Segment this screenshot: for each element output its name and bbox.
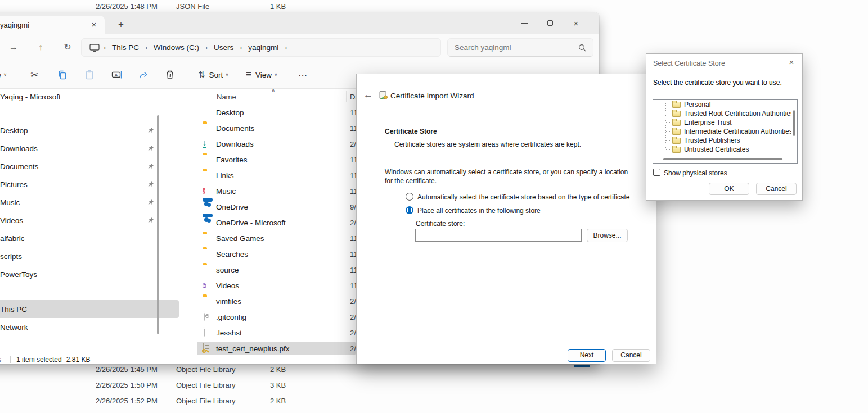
radio-auto-select-label[interactable]: Automatically select the certificate sto… (417, 193, 630, 201)
folder-icon (203, 155, 213, 165)
certificate-import-icon (379, 90, 388, 100)
refresh-icon[interactable]: ↻ (61, 40, 74, 54)
downloads-icon: ↓ (203, 139, 213, 149)
sidebar-item-network[interactable]: Network (0, 318, 179, 336)
tree-item[interactable]: Personal (653, 100, 791, 109)
breadcrumb-item[interactable]: This PC (110, 43, 141, 52)
dialog-title: Select Certificate Store (653, 60, 725, 67)
column-divider[interactable] (346, 91, 347, 102)
sidebar-item-pictures[interactable]: Pictures (0, 175, 179, 193)
dialog-cancel-button[interactable]: Cancel (756, 183, 797, 195)
file-name: Searches (216, 250, 248, 258)
explorer-tab[interactable]: yaqingmi × (0, 16, 105, 34)
share-icon[interactable] (138, 68, 149, 81)
show-physical-stores-label[interactable]: Show physical stores (664, 169, 727, 177)
radio-place-all[interactable] (406, 206, 413, 214)
file-name: Downloads (216, 140, 254, 148)
file-name: source (216, 266, 239, 274)
background-row-size: 2 KB (270, 365, 286, 374)
folder-icon (203, 265, 213, 275)
tree-branch-line (666, 149, 671, 150)
folder-icon (203, 170, 213, 180)
search-input[interactable] (455, 43, 578, 52)
ok-button[interactable]: OK (709, 183, 749, 195)
cancel-button[interactable]: Cancel (612, 349, 650, 362)
sidebar-item-label: Downloads (0, 144, 38, 153)
tree-item[interactable]: Intermediate Certification Authorities (653, 127, 791, 136)
next-button[interactable]: Next (568, 349, 606, 362)
pin-icon (147, 163, 154, 171)
breadcrumb[interactable]: ›This PC›Windows (C:)›Users›yaqingmi› (81, 38, 441, 57)
sort-icon: ⇅ (198, 70, 205, 80)
tab-bar: yaqingmi × + × (0, 12, 599, 34)
back-arrow-icon[interactable]: ← (363, 89, 373, 101)
certificate-store-tree[interactable]: PersonalTrusted Root Certification Autho… (653, 99, 798, 164)
view-button[interactable]: ≡ View ∨ (246, 68, 278, 81)
browse-button[interactable]: Browse... (587, 229, 628, 242)
breadcrumb-chevron-icon: › (100, 44, 110, 52)
wizard-subheading: Certificate stores are system areas wher… (394, 140, 581, 148)
dialog-close-icon[interactable]: × (786, 57, 797, 67)
more-options-icon[interactable]: ⋯ (298, 68, 307, 81)
tree-item[interactable]: Enterprise Trust (653, 118, 791, 127)
file-name: Links (216, 171, 234, 180)
tree-branch-line (666, 122, 671, 123)
sidebar-item-powertoys[interactable]: PowerToys (0, 265, 179, 283)
sidebar-scrollbar[interactable] (157, 115, 159, 334)
show-physical-stores-checkbox[interactable] (653, 169, 660, 176)
sidebar-item-label: Documents (0, 162, 38, 171)
radio-place-all-label[interactable]: Place all certificates in the following … (417, 207, 541, 215)
certificate-store-input[interactable] (415, 229, 582, 242)
copy-icon[interactable] (57, 68, 68, 81)
file-name: Documents (216, 124, 254, 133)
sidebar-item-label: Desktop (0, 126, 28, 135)
wizard-title: Certificate Import Wizard (390, 92, 474, 100)
folder-icon (672, 147, 681, 153)
pin-icon (147, 145, 154, 153)
cut-icon[interactable]: ✂ (30, 68, 38, 81)
sidebar-item-documents[interactable]: Documents (0, 157, 179, 175)
radio-auto-select[interactable] (406, 193, 413, 201)
tree-item[interactable]: Trusted Publishers (653, 136, 791, 145)
sidebar-item-account[interactable]: Yaqing - Microsoft (0, 89, 187, 105)
up-icon[interactable]: ↑ (34, 40, 47, 54)
status-size: 2.81 KB (66, 356, 91, 364)
onedrive-icon (203, 202, 213, 212)
screen: { "colors": { "accent": "#0067c0", "sele… (0, 0, 868, 413)
maximize-button[interactable] (537, 12, 563, 34)
column-header-name[interactable]: Name (217, 93, 236, 101)
tab-close-icon[interactable]: × (88, 19, 100, 31)
breadcrumb-item[interactable]: yaqingmi (246, 43, 281, 52)
sidebar-item-scripts[interactable]: scripts (0, 247, 179, 265)
sidebar-item-aifabric[interactable]: aifabric (0, 229, 179, 247)
breadcrumb-chevron-icon: › (201, 44, 212, 52)
rename-icon[interactable]: A (111, 68, 123, 81)
sort-button[interactable]: ⇅ Sort ∨ (198, 68, 229, 81)
sidebar-item-downloads[interactable]: Downloads (0, 139, 179, 157)
breadcrumb-item[interactable]: Windows (C:) (151, 43, 201, 52)
tree-item[interactable]: Trusted Root Certification Authorities (653, 109, 791, 118)
sidebar: Yaqing - Microsoft DesktopDownloadsDocum… (0, 89, 187, 355)
certificate-icon (203, 343, 213, 353)
folder-icon (672, 129, 681, 135)
new-button-fragment[interactable]: w ∨ (0, 68, 7, 81)
sidebar-item-desktop[interactable]: Desktop (0, 121, 179, 139)
breadcrumb-item[interactable]: Users (212, 43, 236, 52)
search-box[interactable] (447, 38, 593, 57)
background-file-row: 2/26/2025 1:48 PM JSON File 1 KB (0, 2, 868, 13)
pin-icon (147, 181, 154, 189)
tree-vertical-scrollbar[interactable] (793, 110, 795, 136)
tree-branch-line (666, 105, 671, 105)
close-button[interactable]: × (563, 12, 589, 34)
tree-item[interactable]: Untrusted Certificates (653, 145, 791, 154)
minimize-button[interactable] (511, 12, 537, 34)
paste-icon[interactable] (84, 68, 95, 81)
delete-icon[interactable] (165, 68, 174, 81)
sidebar-item-videos[interactable]: Videos (0, 211, 179, 229)
tree-horizontal-scrollbar[interactable] (663, 158, 782, 160)
sidebar-item-music[interactable]: Music (0, 193, 179, 211)
sidebar-item-label: PowerToys (0, 270, 37, 279)
new-tab-button[interactable]: + (114, 18, 128, 31)
sidebar-item-this-pc[interactable]: This PC (0, 300, 179, 318)
forward-icon[interactable]: → (7, 40, 20, 54)
